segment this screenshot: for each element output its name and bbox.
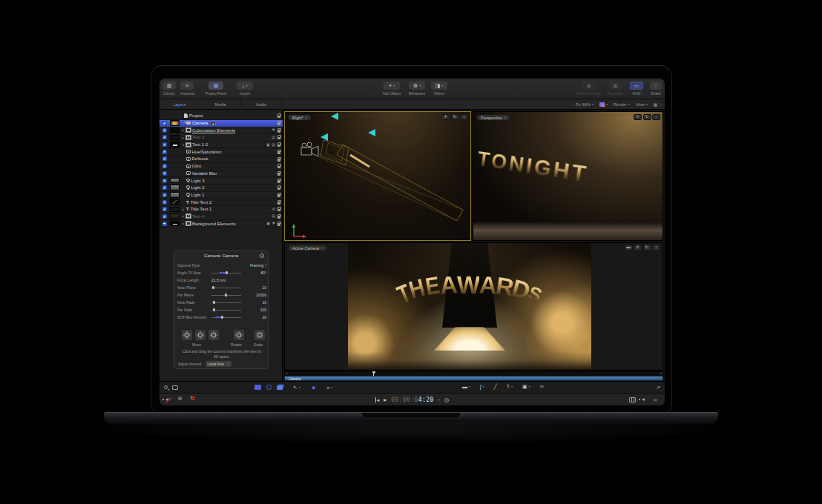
orbit-tool-icon[interactable]: ↻	[451, 114, 459, 120]
layer-checkbox[interactable]	[162, 164, 167, 168]
layer-row[interactable]: ▸TText 4▤	[160, 213, 283, 221]
audio-timeline-toggle-icon[interactable]	[277, 385, 283, 390]
slider-thumb[interactable]	[226, 271, 228, 275]
move-xy-button[interactable]	[182, 330, 192, 340]
search-icon[interactable]	[164, 385, 168, 389]
previous-frame-button[interactable]: ◂	[375, 397, 379, 402]
play-range-icon[interactable]	[629, 397, 636, 402]
layer-row[interactable]: Light 1	[160, 192, 283, 199]
layout-menu[interactable]: ▦⋮	[654, 102, 662, 107]
layer-checkbox[interactable]	[162, 214, 167, 219]
orbit-tool-icon[interactable]: ↻	[643, 245, 651, 251]
layer-row[interactable]: TTitle Text 2	[160, 199, 283, 206]
slider-control[interactable]	[211, 300, 244, 305]
view-menu[interactable]: View▾	[636, 102, 648, 107]
orbit-tool-icon[interactable]: ↻	[643, 114, 651, 120]
slider-control[interactable]	[211, 308, 244, 312]
camera-track-bar[interactable]: Camera	[284, 376, 663, 381]
layer-checkbox[interactable]	[162, 156, 167, 161]
render-menu[interactable]: Render▾	[614, 102, 630, 107]
line-tool[interactable]: ╱	[494, 384, 497, 389]
layer-checkbox[interactable]	[162, 179, 167, 183]
layer-row[interactable]: ▸Colorization Elements⚑	[160, 127, 283, 134]
adjust-item-tool[interactable]: ◆	[312, 385, 315, 390]
viewport-camera-popup[interactable]: Perspective▾	[476, 114, 510, 121]
keyframe-editor-toggle-icon[interactable]	[266, 385, 272, 390]
add-object-button[interactable]: +▾	[384, 82, 400, 90]
play-button[interactable]: ▸	[384, 397, 387, 403]
filters-button[interactable]: ◨▾	[431, 82, 447, 90]
slider-thumb[interactable]	[213, 308, 215, 312]
viewport-camera-popup[interactable]: Active Camera▾	[288, 245, 327, 251]
layer-checkbox[interactable]	[162, 150, 167, 154]
inspector-value[interactable]: 100	[244, 308, 266, 312]
project-pane-button[interactable]: ▦	[208, 82, 223, 90]
slider-thumb[interactable]	[225, 294, 227, 297]
bezier-tool[interactable]: ʃ▾	[480, 384, 484, 389]
layer-row[interactable]: ▸Background Elements▣⚑	[160, 220, 283, 228]
layer-row[interactable]: Glint	[160, 163, 283, 170]
channels-control[interactable]: ▾	[599, 102, 608, 107]
move-z-button[interactable]	[208, 330, 219, 340]
layer-row[interactable]: Variable Blur	[160, 170, 283, 178]
adjust-3d-tool[interactable]: ●▾	[326, 385, 332, 390]
layer-checkbox[interactable]	[162, 135, 167, 139]
layer-row[interactable]: ▸TTitle Text 1⚙	[160, 206, 283, 213]
layer-row[interactable]: Hue/Saturation	[160, 148, 283, 156]
hud-button[interactable]: ▭	[630, 82, 643, 90]
expand-triangle[interactable]: ▸	[181, 208, 185, 211]
tab-media[interactable]: Media	[200, 99, 241, 110]
layer-row[interactable]: ▸TText 3▤	[160, 134, 283, 142]
audio-icon[interactable]	[642, 397, 648, 402]
viewport-active-camera[interactable]: Active Camera▾ ▬ ✛ ↻ ↕ THEAWARDS	[284, 242, 663, 371]
slider-thumb[interactable]	[221, 316, 223, 319]
slider-control[interactable]	[211, 315, 244, 319]
layer-checkbox[interactable]	[162, 222, 167, 226]
layer-row[interactable]: Project	[160, 113, 283, 120]
duration-icon[interactable]	[444, 398, 449, 402]
loop-icon[interactable]: ∞	[654, 397, 657, 403]
layer-checkbox[interactable]	[162, 142, 167, 147]
timecode-menu-icon[interactable]: ▾	[438, 399, 440, 402]
layer-checkbox[interactable]	[162, 121, 167, 125]
timeline-ruler[interactable]: ◂ ▸	[284, 371, 663, 376]
viewport-right-view[interactable]: Right*▾ ✛ ↻ ↕	[284, 111, 471, 241]
layer-checkbox[interactable]	[162, 128, 167, 133]
layer-row[interactable]: Defocus	[160, 156, 283, 163]
layer-checkbox[interactable]	[162, 171, 167, 176]
layer-checkbox[interactable]	[162, 207, 167, 211]
layer-row[interactable]: ▾TText 1-2▣▤	[160, 142, 283, 149]
filmstrip-icon[interactable]	[172, 385, 178, 390]
import-button[interactable]: ↓▾	[237, 82, 253, 90]
viewport-camera-popup[interactable]: Right*▾	[288, 114, 312, 121]
shape-tool[interactable]: ▬▾	[462, 384, 470, 389]
inspector-value[interactable]: 10	[244, 300, 266, 305]
dolly-tool-icon[interactable]: ↕	[652, 114, 660, 120]
tab-audio[interactable]: Audio	[241, 99, 282, 110]
inspector-value[interactable]: 80°	[244, 271, 266, 275]
dolly-tool-icon[interactable]: ↕	[652, 245, 660, 251]
inspector-button[interactable]: ≡	[180, 82, 194, 90]
pan-tool-icon[interactable]: ✛	[441, 114, 450, 120]
info-icon[interactable]: i	[260, 253, 264, 258]
mask-tool[interactable]: ▣▾	[522, 384, 530, 389]
make-particles-button[interactable]: ◆	[582, 82, 596, 90]
pan-tool-icon[interactable]: ✛	[634, 114, 642, 120]
text-tool[interactable]: T▾	[507, 384, 513, 389]
dolly-tool-icon[interactable]: ↕	[460, 114, 468, 120]
resize-handle-icon[interactable]: ↗	[656, 385, 660, 390]
timecode-field[interactable]: 00:00:04:20	[391, 397, 433, 403]
timeline-toggle-icon[interactable]	[254, 385, 261, 390]
scroll-left-icon[interactable]: ◂	[286, 372, 287, 375]
move-xz-button[interactable]	[195, 330, 206, 340]
behaviors-button[interactable]: ⚙▾	[409, 82, 425, 90]
layer-row[interactable]: Camera	[160, 120, 283, 127]
layer-row[interactable]: Light 3	[160, 177, 283, 185]
inspector-value[interactable]: 20	[244, 315, 266, 319]
scroll-right-icon[interactable]: ▸	[660, 372, 662, 375]
layer-checkbox[interactable]	[162, 185, 167, 190]
slider-thumb[interactable]	[212, 286, 214, 290]
layer-row[interactable]: Light 2	[160, 185, 283, 192]
library-button[interactable]: ▥	[162, 82, 176, 90]
slider-control[interactable]	[211, 293, 244, 297]
